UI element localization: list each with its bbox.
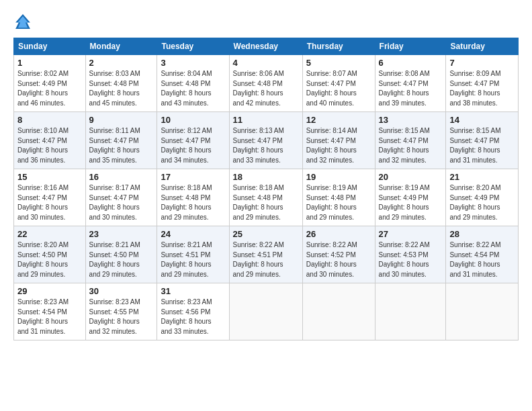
- day-number: 26: [306, 229, 371, 239]
- day-number: 16: [89, 172, 154, 182]
- day-info: Sunrise: 8:12 AM Sunset: 4:47 PM Dayligh…: [161, 126, 225, 165]
- daylight-label: Daylight: 8 hours and 30 minutes.: [89, 203, 140, 221]
- daylight-label: Daylight: 8 hours and 29 minutes.: [306, 203, 357, 221]
- daylight-label: Daylight: 8 hours and 46 minutes.: [17, 89, 68, 107]
- sunrise-label: Sunrise:: [17, 241, 44, 248]
- table-row: 1 Sunrise: 8:02 AM Sunset: 4:49 PM Dayli…: [14, 55, 86, 112]
- sunrise-value: 8:23 AM: [116, 298, 140, 306]
- table-row: 26 Sunrise: 8:22 AM Sunset: 4:52 PM Dayl…: [302, 226, 375, 283]
- table-row: 11 Sunrise: 8:13 AM Sunset: 4:47 PM Dayl…: [229, 112, 302, 169]
- sunrise-label: Sunrise:: [233, 241, 259, 248]
- sunrise-value: 8:11 AM: [116, 127, 140, 134]
- daylight-label: Daylight: 8 hours and 40 minutes.: [306, 89, 357, 107]
- sunrise-label: Sunrise:: [89, 298, 116, 306]
- calendar-week-row: 29 Sunrise: 8:23 AM Sunset: 4:54 PM Dayl…: [14, 283, 519, 340]
- page: Sunday Monday Tuesday Wednesday Thursday…: [0, 0, 532, 411]
- calendar-week-row: 8 Sunrise: 8:10 AM Sunset: 4:47 PM Dayli…: [14, 112, 519, 169]
- sunset-label: Sunset:: [449, 80, 474, 87]
- sunrise-value: 8:23 AM: [44, 298, 69, 306]
- day-info: Sunrise: 8:22 AM Sunset: 4:53 PM Dayligh…: [379, 240, 443, 279]
- sunset-value: 4:54 PM: [42, 308, 67, 316]
- table-row: [229, 283, 302, 340]
- sunset-value: 4:48 PM: [185, 194, 210, 201]
- sunset-label: Sunset:: [379, 80, 404, 87]
- sunrise-value: 8:13 AM: [259, 127, 284, 134]
- daylight-label: Daylight: 8 hours and 38 minutes.: [449, 89, 500, 107]
- header-thursday: Thursday: [302, 38, 375, 55]
- day-info: Sunrise: 8:22 AM Sunset: 4:51 PM Dayligh…: [233, 240, 299, 279]
- sunrise-value: 8:21 AM: [187, 241, 212, 248]
- table-row: 10 Sunrise: 8:12 AM Sunset: 4:47 PM Dayl…: [157, 112, 229, 169]
- day-info: Sunrise: 8:20 AM Sunset: 4:50 PM Dayligh…: [17, 240, 82, 279]
- daylight-label: Daylight: 8 hours and 32 minutes.: [89, 318, 140, 335]
- daylight-label: Daylight: 8 hours and 43 minutes.: [161, 89, 211, 107]
- day-info: Sunrise: 8:02 AM Sunset: 4:49 PM Dayligh…: [17, 69, 82, 108]
- daylight-label: Daylight: 8 hours and 30 minutes.: [379, 261, 429, 278]
- sunset-label: Sunset:: [89, 251, 114, 259]
- sunset-label: Sunset:: [449, 194, 474, 201]
- day-info: Sunrise: 8:13 AM Sunset: 4:47 PM Dayligh…: [233, 126, 299, 165]
- svg-marker-1: [17, 16, 28, 28]
- header-wednesday: Wednesday: [229, 38, 302, 55]
- sunrise-label: Sunrise:: [161, 70, 187, 77]
- sunrise-value: 8:22 AM: [332, 241, 357, 248]
- sunrise-label: Sunrise:: [306, 184, 332, 191]
- daylight-label: Daylight: 8 hours and 29 minutes.: [161, 203, 211, 221]
- daylight-label: Daylight: 8 hours and 31 minutes.: [449, 146, 500, 164]
- calendar-week-row: 22 Sunrise: 8:20 AM Sunset: 4:50 PM Dayl…: [14, 226, 519, 283]
- day-info: Sunrise: 8:18 AM Sunset: 4:48 PM Dayligh…: [161, 183, 225, 222]
- day-info: Sunrise: 8:18 AM Sunset: 4:48 PM Dayligh…: [233, 183, 299, 222]
- sunrise-label: Sunrise:: [379, 70, 405, 77]
- day-info: Sunrise: 8:21 AM Sunset: 4:51 PM Dayligh…: [161, 240, 225, 279]
- sunset-label: Sunset:: [161, 137, 185, 144]
- sunset-value: 4:48 PM: [114, 80, 138, 87]
- sunset-value: 4:47 PM: [474, 80, 499, 87]
- daylight-label: Daylight: 8 hours and 42 minutes.: [233, 89, 283, 107]
- table-row: 27 Sunrise: 8:22 AM Sunset: 4:53 PM Dayl…: [375, 226, 446, 283]
- sunrise-value: 8:10 AM: [44, 127, 69, 134]
- logo-icon: [13, 12, 32, 31]
- sunset-label: Sunset:: [233, 80, 258, 87]
- sunset-value: 4:47 PM: [42, 194, 67, 201]
- day-number: 13: [379, 115, 443, 125]
- sunrise-label: Sunrise:: [89, 241, 116, 248]
- daylight-label: Daylight: 8 hours and 33 minutes.: [233, 146, 283, 164]
- table-row: 12 Sunrise: 8:14 AM Sunset: 4:47 PM Dayl…: [302, 112, 375, 169]
- header-sunday: Sunday: [14, 38, 86, 55]
- header-friday: Friday: [375, 38, 446, 55]
- table-row: 5 Sunrise: 8:07 AM Sunset: 4:47 PM Dayli…: [302, 55, 375, 112]
- sunset-value: 4:49 PM: [42, 80, 67, 87]
- sunrise-value: 8:20 AM: [476, 184, 501, 191]
- day-info: Sunrise: 8:16 AM Sunset: 4:47 PM Dayligh…: [17, 183, 82, 222]
- sunrise-label: Sunrise:: [233, 184, 259, 191]
- sunset-label: Sunset:: [379, 251, 404, 259]
- header-tuesday: Tuesday: [157, 38, 229, 55]
- sunset-label: Sunset:: [233, 194, 258, 201]
- sunrise-value: 8:23 AM: [187, 298, 212, 306]
- sunrise-label: Sunrise:: [17, 298, 44, 306]
- day-number: 7: [449, 58, 515, 68]
- sunset-value: 4:47 PM: [114, 194, 138, 201]
- sunset-label: Sunset:: [17, 80, 42, 87]
- daylight-label: Daylight: 8 hours and 35 minutes.: [89, 146, 140, 164]
- daylight-label: Daylight: 8 hours and 32 minutes.: [306, 146, 357, 164]
- table-row: 2 Sunrise: 8:03 AM Sunset: 4:48 PM Dayli…: [85, 55, 157, 112]
- sunrise-value: 8:04 AM: [187, 70, 212, 77]
- sunrise-label: Sunrise:: [161, 241, 187, 248]
- sunset-label: Sunset:: [379, 137, 404, 144]
- sunrise-label: Sunrise:: [233, 127, 259, 134]
- table-row: 28 Sunrise: 8:22 AM Sunset: 4:54 PM Dayl…: [446, 226, 519, 283]
- sunset-label: Sunset:: [233, 251, 258, 259]
- sunrise-value: 8:19 AM: [332, 184, 357, 191]
- table-row: 18 Sunrise: 8:18 AM Sunset: 4:48 PM Dayl…: [229, 169, 302, 226]
- sunrise-value: 8:22 AM: [259, 241, 284, 248]
- day-number: 18: [233, 172, 299, 182]
- day-number: 11: [233, 115, 299, 125]
- sunset-label: Sunset:: [306, 80, 331, 87]
- table-row: 4 Sunrise: 8:06 AM Sunset: 4:48 PM Dayli…: [229, 55, 302, 112]
- day-info: Sunrise: 8:15 AM Sunset: 4:47 PM Dayligh…: [449, 126, 515, 165]
- daylight-label: Daylight: 8 hours and 29 minutes.: [379, 203, 429, 221]
- table-row: 23 Sunrise: 8:21 AM Sunset: 4:50 PM Dayl…: [85, 226, 157, 283]
- day-number: 19: [306, 172, 371, 182]
- sunrise-label: Sunrise:: [89, 70, 116, 77]
